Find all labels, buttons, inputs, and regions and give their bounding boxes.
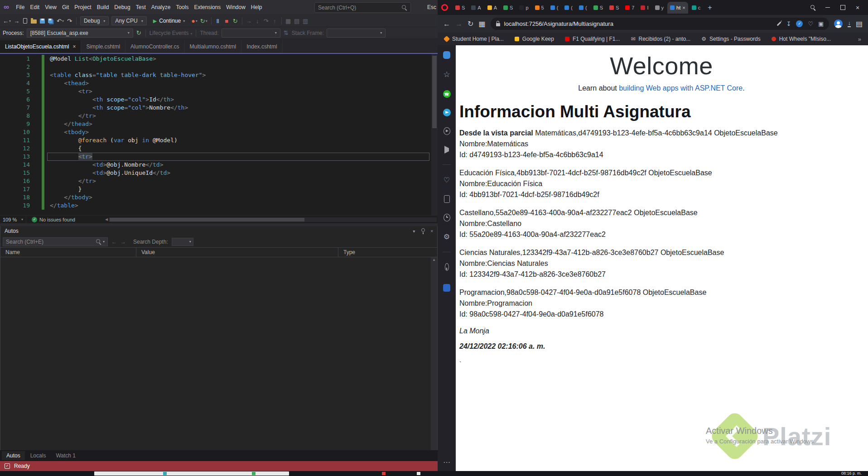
profile-avatar[interactable] — [834, 19, 843, 28]
document-tab[interactable]: ListaObjetoEscuela.cshtml× — [0, 40, 81, 53]
menu-file[interactable]: File — [13, 3, 27, 12]
code-line[interactable]: 11 @foreach (var obj in @Model) — [0, 136, 438, 144]
aspnet-core-link[interactable]: building Web apps with ASP.NET Core — [619, 84, 743, 92]
settings-icon[interactable]: ⚙ — [444, 232, 450, 241]
bookmarks-star-icon[interactable]: ☆ — [443, 70, 450, 79]
refresh-process-icon[interactable]: ↻ — [136, 29, 142, 36]
messenger-icon[interactable] — [444, 146, 449, 154]
code-line[interactable]: 3<table class="table table-dark table-ho… — [0, 71, 438, 79]
open-file-icon[interactable] — [31, 18, 37, 24]
document-tab[interactable]: Index.cshtml — [241, 40, 282, 53]
undo-icon[interactable]: ↶▾ — [57, 18, 64, 24]
scrollbar-thumb[interactable] — [110, 218, 304, 221]
bookmark-heart-icon[interactable]: ♡ — [808, 20, 813, 27]
navigate-forward-icon[interactable]: → — [14, 18, 19, 24]
sidebar-panel-icon[interactable]: ▤ — [856, 19, 863, 28]
autos-variable-list[interactable]: ▲ — [0, 257, 437, 450]
close-tab-icon[interactable]: × — [72, 43, 76, 50]
browser-tab[interactable]: S — [453, 2, 468, 14]
navigate-back-icon[interactable]: ←▾ — [3, 18, 11, 24]
bookmark-item[interactable]: ✉Recibidos (2) - anto... — [631, 36, 690, 42]
menu-window[interactable]: Window — [223, 3, 248, 12]
browser-tab[interactable]: ( — [562, 2, 575, 14]
extra-tool-icon[interactable]: ▥ — [303, 18, 309, 24]
save-all-icon[interactable] — [48, 19, 54, 23]
vs-search-box[interactable]: Search (Ctrl+Q) — [314, 2, 411, 13]
code-line[interactable]: 15 <td>@obj.UniqueId</td> — [0, 169, 438, 177]
bookmark-item[interactable]: F1 Qualifying | F1... — [565, 36, 620, 42]
lifecycle-events-dropdown[interactable]: Lifecycle Events▾ — [149, 30, 193, 36]
send-to-device-icon[interactable]: ↧ — [786, 20, 791, 27]
reload-button[interactable]: ↻ — [468, 19, 473, 28]
panel-tab-locals[interactable]: Locals — [26, 451, 51, 460]
history-icon[interactable] — [444, 214, 450, 221]
redo-icon[interactable]: ↷ — [67, 18, 72, 24]
column-header-type[interactable]: Type — [338, 248, 437, 257]
browser-tab[interactable]: 7 — [622, 2, 637, 14]
code-line[interactable]: 2 — [0, 63, 438, 71]
my-flow-icon[interactable] — [444, 195, 450, 203]
autos-vertical-scrollbar[interactable]: ▲ — [431, 257, 437, 450]
whatsapp-icon[interactable]: ☎ — [443, 90, 451, 98]
step-into-icon[interactable]: ↓ — [255, 18, 260, 24]
code-line[interactable]: 4 <thead> — [0, 79, 438, 87]
browser-tab[interactable]: S — [501, 2, 516, 14]
document-tab[interactable]: AlumnoController.cs — [125, 40, 184, 53]
hscroll-left-arrow-icon[interactable]: ◀ — [105, 217, 108, 221]
break-all-icon[interactable]: ‖ — [215, 18, 221, 24]
browser-tab[interactable]: S — [591, 2, 606, 14]
edit-url-icon[interactable] — [776, 22, 781, 26]
menu-view[interactable]: View — [42, 3, 59, 12]
thread-nav-icon[interactable]: ⇅ — [283, 29, 289, 36]
browser-tab[interactable]: I — [638, 2, 651, 14]
code-line[interactable]: 16 </tr> — [0, 177, 438, 185]
column-header-value[interactable]: Value — [136, 248, 338, 257]
code-line[interactable]: 1@Model List<ObjetoEscuelaBase> — [0, 55, 438, 63]
zoom-control[interactable]: 109 %▾ — [0, 216, 26, 223]
close-button[interactable]: × — [851, 0, 864, 15]
thread-dropdown[interactable]: ▾ — [222, 29, 280, 38]
menu-analyze[interactable]: Analyze — [149, 3, 174, 12]
code-line[interactable]: 10 <tbody> — [0, 128, 438, 136]
bookmark-item[interactable]: Hot Wheels "MIsiso... — [772, 36, 831, 42]
column-header-name[interactable]: Name — [0, 248, 136, 257]
editor-vertical-scrollbar[interactable] — [431, 54, 438, 215]
speed-dial-icon[interactable]: ▦ — [478, 19, 485, 28]
maximize-button[interactable] — [836, 0, 849, 15]
browser-tab[interactable]: ( — [576, 2, 590, 14]
code-line[interactable]: 19</table> — [0, 202, 438, 210]
bookmarks-overflow-icon[interactable]: » — [858, 36, 861, 43]
code-line[interactable]: 18 </tbody> — [0, 193, 438, 202]
editor-layout-icon[interactable]: ▤ — [294, 18, 300, 24]
tab-search-icon[interactable] — [806, 0, 820, 15]
pin-icon[interactable] — [421, 228, 425, 232]
autos-search-box[interactable]: Search (Ctrl+E) ▾ — [3, 237, 108, 246]
minimize-button[interactable] — [821, 0, 834, 15]
opera-menu-icon[interactable] — [441, 4, 448, 11]
show-next-statement-icon[interactable]: → — [246, 18, 252, 24]
browser-tab[interactable]: S — [607, 2, 622, 14]
restart-icon[interactable]: ↻ — [232, 18, 238, 24]
bookmark-item[interactable]: ⚙Settings - Passwords — [701, 36, 760, 42]
scrollbar-thumb[interactable] — [432, 56, 437, 128]
code-line[interactable]: 7 <th scope="col">Nombre</th> — [0, 104, 438, 112]
stack-frame-dropdown[interactable]: ▾ — [327, 29, 386, 38]
menu-build[interactable]: Build — [94, 3, 112, 12]
menu-test[interactable]: Test — [133, 3, 149, 12]
code-line[interactable]: 12 { — [0, 144, 438, 153]
sidebar-setup-icon[interactable]: ⋯ — [443, 458, 450, 466]
browser-tab[interactable]: y — [652, 2, 667, 14]
new-file-icon[interactable] — [22, 18, 28, 24]
browser-tab[interactable]: 5 — [532, 2, 547, 14]
window-position-icon[interactable]: ▾ — [413, 229, 415, 234]
code-line[interactable]: 6 <th scope="col">Id</th> — [0, 96, 438, 104]
code-line[interactable]: 9 </thead> — [0, 120, 438, 128]
stop-debugging-icon[interactable]: ■ — [224, 18, 230, 24]
bookmark-item[interactable]: Student Home | Pla... — [444, 36, 504, 42]
code-line[interactable]: 8 </tr> — [0, 112, 438, 120]
health-check-icon[interactable]: ✓ — [32, 217, 37, 222]
document-tab[interactable]: Multialumno.cshtml — [185, 40, 242, 53]
address-bar[interactable]: localhost:7256/Asignatura/Multiasignatur… — [491, 18, 829, 30]
workspace-icon[interactable] — [443, 51, 450, 59]
bookmark-item[interactable]: Google Keep — [515, 36, 554, 42]
